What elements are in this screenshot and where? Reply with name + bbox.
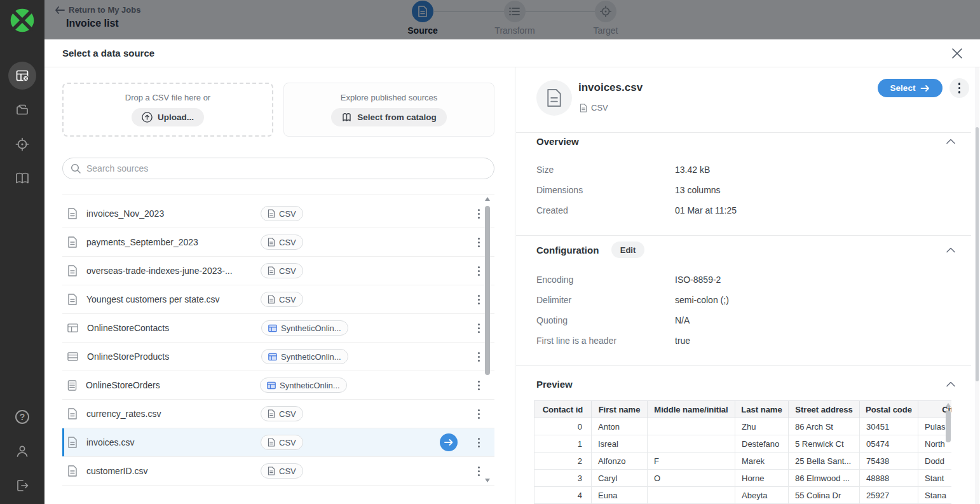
csv-badge-file-icon <box>268 467 275 475</box>
row-kebab-menu-button[interactable] <box>473 235 484 249</box>
source-list-scrollbar[interactable] <box>484 197 491 482</box>
scrollbar-thumb[interactable] <box>976 127 979 381</box>
search-icon <box>71 163 81 174</box>
detail-panel-scrollbar[interactable] <box>975 67 979 504</box>
select-from-catalog-button[interactable]: Select from catalog <box>331 108 447 126</box>
csv-badge: CSV <box>261 206 303 221</box>
row-kebab-menu-button[interactable] <box>473 264 484 278</box>
selected-source-type-label: CSV <box>591 103 608 112</box>
cell: Alfonzo <box>592 453 648 470</box>
source-row-overseas-trade-indexes[interactable]: overseas-trade-indexes-june-2023-... CSV <box>62 257 494 285</box>
row-kebab-menu-button[interactable] <box>473 321 484 335</box>
arrow-right-icon <box>920 85 930 92</box>
source-row-currency-rates[interactable]: currency_rates.csv CSV <box>62 400 494 428</box>
collapse-preview-chevron[interactable] <box>946 381 955 387</box>
detail-kebab-menu-button[interactable] <box>949 78 969 98</box>
source-row-onlinestoreproducts[interactable]: OnlineStoreProducts SyntheticOnlin... <box>62 343 494 371</box>
source-row-invoices-nov-2023[interactable]: invoices_Nov_2023 CSV <box>62 200 494 228</box>
source-row-onlinestoreorders[interactable]: OnlineStoreOrders SyntheticOnlin... <box>62 371 494 400</box>
row-kebab-menu-button[interactable] <box>473 292 484 306</box>
row-kebab-menu-button[interactable] <box>473 435 484 449</box>
col-middle-name: Middle name/initial <box>648 401 735 418</box>
config-delimiter-value: semi-colon (;) <box>675 295 729 305</box>
collapse-configuration-chevron[interactable] <box>946 247 955 253</box>
search-sources-input[interactable] <box>86 163 486 174</box>
row-kebab-menu-button[interactable] <box>473 207 484 221</box>
cell: 86 Arch St <box>789 418 860 435</box>
source-row-youngest-customers[interactable]: Youngest customers per state.csv CSV <box>62 285 494 314</box>
app-window: Return to My Jobs Invoice list Source Tr… <box>0 0 980 504</box>
overview-created-label: Created <box>536 205 568 215</box>
synthetic-badge: SyntheticOnlin... <box>261 320 348 336</box>
csv-file-icon <box>67 465 78 477</box>
cell: Marek <box>735 453 789 470</box>
sidebar-item-account[interactable] <box>15 444 30 459</box>
col-last-name: Last name <box>735 401 789 418</box>
source-row-customerid[interactable]: customerID.csv CSV <box>62 457 494 486</box>
modal-backdrop[interactable] <box>44 0 980 39</box>
scroll-down-arrow[interactable] <box>485 479 490 482</box>
sidebar-item-jobs[interactable] <box>8 62 36 90</box>
file-type-avatar <box>536 80 572 116</box>
modal-title: Select a data source <box>62 48 154 58</box>
row-kebab-menu-button[interactable] <box>473 464 484 478</box>
close-modal-button[interactable] <box>949 46 965 61</box>
cell: Caryl <box>592 470 648 487</box>
source-name: OnlineStoreContacts <box>87 323 261 333</box>
source-name: invoices.csv <box>86 437 261 447</box>
cell: 75438 <box>860 453 918 470</box>
overview-size-label: Size <box>536 165 554 175</box>
csv-badge: CSV <box>261 463 303 479</box>
csv-drop-zone[interactable]: Drop a CSV file here or Upload... <box>62 83 273 137</box>
upload-button-label: Upload... <box>158 112 194 122</box>
edit-configuration-button[interactable]: Edit <box>611 242 644 258</box>
cell: 86 Elmwood ... <box>789 470 860 487</box>
orders-table-icon <box>67 380 77 391</box>
select-source-button[interactable]: Select <box>878 79 943 97</box>
sidebar-item-targets[interactable] <box>15 137 30 152</box>
cell: 48888 <box>860 470 918 487</box>
app-logo[interactable] <box>8 6 36 34</box>
synthetic-table-icon <box>268 353 277 361</box>
contacts-table-icon <box>67 323 78 333</box>
upload-button[interactable]: Upload... <box>132 108 204 126</box>
crosshair-icon <box>15 137 30 152</box>
csv-file-icon <box>67 294 78 305</box>
source-row-payments-september-2023[interactable]: payments_September_2023 CSV <box>62 228 494 257</box>
open-source-arrow-button[interactable] <box>440 433 458 451</box>
row-kebab-menu-button[interactable] <box>473 350 484 364</box>
scroll-up-arrow[interactable] <box>485 197 490 201</box>
config-quoting-value: N/A <box>675 315 690 325</box>
catalog-button-label: Select from catalog <box>357 112 437 122</box>
cell: 55 Colina Dr <box>789 487 860 504</box>
cell <box>648 487 735 504</box>
synthetic-table-icon <box>267 381 276 390</box>
scroll-up-arrow[interactable] <box>946 403 951 407</box>
source-name: currency_rates.csv <box>86 409 261 419</box>
config-quoting-label: Quoting <box>536 315 568 325</box>
collapse-overview-chevron[interactable] <box>946 139 955 144</box>
csv-badge: CSV <box>261 406 303 421</box>
row-kebab-menu-button[interactable] <box>473 407 484 421</box>
source-name: overseas-trade-indexes-june-2023-... <box>86 266 261 276</box>
sidebar-item-logout[interactable] <box>15 478 30 493</box>
source-name: payments_September_2023 <box>86 237 261 247</box>
csv-file-icon-large <box>546 88 562 107</box>
source-row-invoices-csv-selected[interactable]: invoices.csv CSV <box>62 428 494 457</box>
row-kebab-menu-button[interactable] <box>473 378 484 392</box>
scrollbar-thumb[interactable] <box>485 206 490 375</box>
scrollbar-thumb[interactable] <box>946 411 951 442</box>
csv-type-icon <box>580 104 587 112</box>
sidebar-item-help[interactable]: ? <box>15 410 29 424</box>
source-row-onlinestorecontacts[interactable]: OnlineStoreContacts SyntheticOnlin... <box>62 314 494 343</box>
config-header-value: true <box>675 336 690 346</box>
preview-table-scrollbar[interactable] <box>945 403 951 504</box>
section-divider <box>516 132 971 133</box>
sidebar-item-spaces[interactable] <box>15 102 30 118</box>
sidebar-item-catalog[interactable] <box>14 171 31 186</box>
book-icon <box>14 171 31 186</box>
preview-row: 4 Euna Abeyta 55 Colina Dr 25927 Stana <box>534 487 952 504</box>
cell: Horne <box>735 470 789 487</box>
catalog-box: Explore published sources Select from ca… <box>283 83 494 137</box>
overview-dimensions-label: Dimensions <box>536 185 583 195</box>
